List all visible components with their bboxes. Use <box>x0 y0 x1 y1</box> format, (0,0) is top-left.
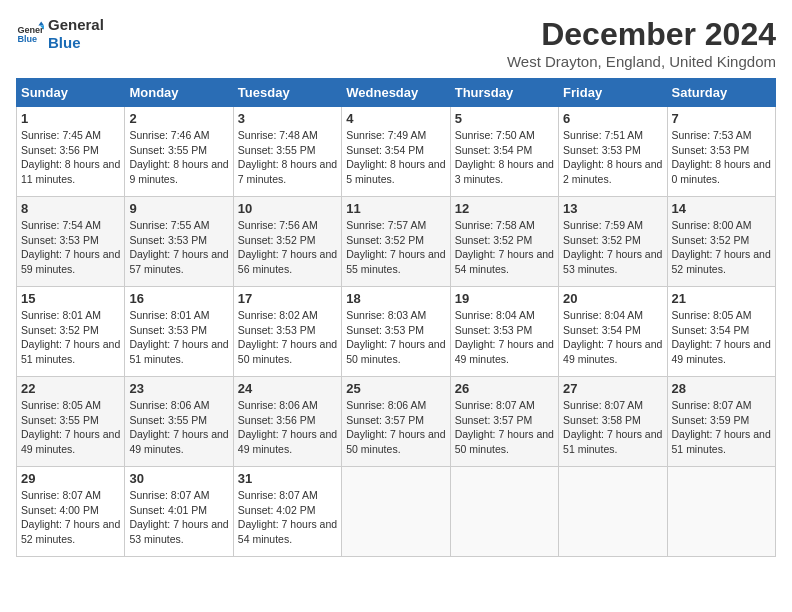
day-number: 4 <box>346 111 445 126</box>
location-subtitle: West Drayton, England, United Kingdom <box>507 53 776 70</box>
day-number: 14 <box>672 201 771 216</box>
sunrise: Sunrise: 7:56 AM <box>238 218 337 233</box>
sunrise: Sunrise: 8:07 AM <box>238 488 337 503</box>
sunset: Sunset: 3:53 PM <box>129 323 228 338</box>
calendar-cell: 14 Sunrise: 8:00 AM Sunset: 3:52 PM Dayl… <box>667 197 775 287</box>
title-area: December 2024 West Drayton, England, Uni… <box>507 16 776 70</box>
day-number: 1 <box>21 111 120 126</box>
day-number: 29 <box>21 471 120 486</box>
day-info: Sunrise: 7:48 AM Sunset: 3:55 PM Dayligh… <box>238 128 337 187</box>
sunset: Sunset: 3:55 PM <box>129 413 228 428</box>
day-number: 13 <box>563 201 662 216</box>
daylight: Daylight: 7 hours and 49 minutes. <box>129 427 228 456</box>
sunrise: Sunrise: 7:59 AM <box>563 218 662 233</box>
calendar-cell: 9 Sunrise: 7:55 AM Sunset: 3:53 PM Dayli… <box>125 197 233 287</box>
sunrise: Sunrise: 7:51 AM <box>563 128 662 143</box>
calendar-row: 22 Sunrise: 8:05 AM Sunset: 3:55 PM Dayl… <box>17 377 776 467</box>
calendar-cell: 4 Sunrise: 7:49 AM Sunset: 3:54 PM Dayli… <box>342 107 450 197</box>
sunset: Sunset: 3:53 PM <box>21 233 120 248</box>
sunrise: Sunrise: 8:06 AM <box>346 398 445 413</box>
sunset: Sunset: 3:52 PM <box>455 233 554 248</box>
sunset: Sunset: 3:53 PM <box>455 323 554 338</box>
day-number: 9 <box>129 201 228 216</box>
day-number: 10 <box>238 201 337 216</box>
day-info: Sunrise: 8:01 AM Sunset: 3:53 PM Dayligh… <box>129 308 228 367</box>
sunset: Sunset: 3:55 PM <box>129 143 228 158</box>
day-number: 23 <box>129 381 228 396</box>
day-info: Sunrise: 8:04 AM Sunset: 3:53 PM Dayligh… <box>455 308 554 367</box>
month-title: December 2024 <box>507 16 776 53</box>
sunset: Sunset: 3:54 PM <box>455 143 554 158</box>
calendar-cell: 24 Sunrise: 8:06 AM Sunset: 3:56 PM Dayl… <box>233 377 341 467</box>
sunrise: Sunrise: 8:06 AM <box>238 398 337 413</box>
calendar-cell: 13 Sunrise: 7:59 AM Sunset: 3:52 PM Dayl… <box>559 197 667 287</box>
daylight: Daylight: 8 hours and 3 minutes. <box>455 157 554 186</box>
calendar-table: Sunday Monday Tuesday Wednesday Thursday… <box>16 78 776 557</box>
day-info: Sunrise: 7:46 AM Sunset: 3:55 PM Dayligh… <box>129 128 228 187</box>
logo: General Blue General Blue <box>16 16 104 52</box>
day-number: 21 <box>672 291 771 306</box>
day-info: Sunrise: 8:01 AM Sunset: 3:52 PM Dayligh… <box>21 308 120 367</box>
day-info: Sunrise: 8:05 AM Sunset: 3:54 PM Dayligh… <box>672 308 771 367</box>
day-number: 27 <box>563 381 662 396</box>
col-sunday: Sunday <box>17 79 125 107</box>
sunset: Sunset: 4:01 PM <box>129 503 228 518</box>
day-info: Sunrise: 8:07 AM Sunset: 3:59 PM Dayligh… <box>672 398 771 457</box>
calendar-row: 29 Sunrise: 8:07 AM Sunset: 4:00 PM Dayl… <box>17 467 776 557</box>
calendar-row: 15 Sunrise: 8:01 AM Sunset: 3:52 PM Dayl… <box>17 287 776 377</box>
day-info: Sunrise: 7:58 AM Sunset: 3:52 PM Dayligh… <box>455 218 554 277</box>
daylight: Daylight: 8 hours and 11 minutes. <box>21 157 120 186</box>
sunset: Sunset: 3:52 PM <box>238 233 337 248</box>
sunrise: Sunrise: 8:06 AM <box>129 398 228 413</box>
calendar-cell: 2 Sunrise: 7:46 AM Sunset: 3:55 PM Dayli… <box>125 107 233 197</box>
day-info: Sunrise: 7:50 AM Sunset: 3:54 PM Dayligh… <box>455 128 554 187</box>
sunset: Sunset: 3:54 PM <box>346 143 445 158</box>
calendar-cell: 8 Sunrise: 7:54 AM Sunset: 3:53 PM Dayli… <box>17 197 125 287</box>
sunset: Sunset: 3:56 PM <box>238 413 337 428</box>
day-info: Sunrise: 8:07 AM Sunset: 4:01 PM Dayligh… <box>129 488 228 547</box>
sunrise: Sunrise: 8:00 AM <box>672 218 771 233</box>
calendar-body: 1 Sunrise: 7:45 AM Sunset: 3:56 PM Dayli… <box>17 107 776 557</box>
calendar-cell: 3 Sunrise: 7:48 AM Sunset: 3:55 PM Dayli… <box>233 107 341 197</box>
day-number: 19 <box>455 291 554 306</box>
day-number: 3 <box>238 111 337 126</box>
col-friday: Friday <box>559 79 667 107</box>
calendar-cell: 22 Sunrise: 8:05 AM Sunset: 3:55 PM Dayl… <box>17 377 125 467</box>
day-info: Sunrise: 8:07 AM Sunset: 4:00 PM Dayligh… <box>21 488 120 547</box>
daylight: Daylight: 7 hours and 51 minutes. <box>672 427 771 456</box>
day-number: 15 <box>21 291 120 306</box>
sunrise: Sunrise: 8:03 AM <box>346 308 445 323</box>
calendar-header: Sunday Monday Tuesday Wednesday Thursday… <box>17 79 776 107</box>
logo-text: General Blue <box>48 16 104 52</box>
day-info: Sunrise: 7:54 AM Sunset: 3:53 PM Dayligh… <box>21 218 120 277</box>
daylight: Daylight: 8 hours and 7 minutes. <box>238 157 337 186</box>
sunset: Sunset: 3:55 PM <box>21 413 120 428</box>
calendar-cell <box>667 467 775 557</box>
day-info: Sunrise: 7:53 AM Sunset: 3:53 PM Dayligh… <box>672 128 771 187</box>
sunset: Sunset: 3:57 PM <box>346 413 445 428</box>
daylight: Daylight: 8 hours and 9 minutes. <box>129 157 228 186</box>
day-info: Sunrise: 7:49 AM Sunset: 3:54 PM Dayligh… <box>346 128 445 187</box>
sunrise: Sunrise: 8:07 AM <box>21 488 120 503</box>
calendar-cell: 7 Sunrise: 7:53 AM Sunset: 3:53 PM Dayli… <box>667 107 775 197</box>
day-info: Sunrise: 7:56 AM Sunset: 3:52 PM Dayligh… <box>238 218 337 277</box>
calendar-cell: 26 Sunrise: 8:07 AM Sunset: 3:57 PM Dayl… <box>450 377 558 467</box>
sunset: Sunset: 3:52 PM <box>563 233 662 248</box>
day-number: 6 <box>563 111 662 126</box>
svg-text:Blue: Blue <box>17 34 37 44</box>
calendar-cell: 5 Sunrise: 7:50 AM Sunset: 3:54 PM Dayli… <box>450 107 558 197</box>
daylight: Daylight: 7 hours and 51 minutes. <box>21 337 120 366</box>
calendar-cell: 31 Sunrise: 8:07 AM Sunset: 4:02 PM Dayl… <box>233 467 341 557</box>
svg-marker-2 <box>38 21 44 25</box>
day-info: Sunrise: 8:00 AM Sunset: 3:52 PM Dayligh… <box>672 218 771 277</box>
daylight: Daylight: 7 hours and 55 minutes. <box>346 247 445 276</box>
sunset: Sunset: 4:02 PM <box>238 503 337 518</box>
daylight: Daylight: 7 hours and 51 minutes. <box>563 427 662 456</box>
sunrise: Sunrise: 8:04 AM <box>563 308 662 323</box>
sunrise: Sunrise: 8:07 AM <box>563 398 662 413</box>
sunrise: Sunrise: 8:07 AM <box>455 398 554 413</box>
sunset: Sunset: 3:53 PM <box>346 323 445 338</box>
sunrise: Sunrise: 8:05 AM <box>21 398 120 413</box>
header: General Blue General Blue December 2024 … <box>16 16 776 70</box>
sunset: Sunset: 3:52 PM <box>346 233 445 248</box>
